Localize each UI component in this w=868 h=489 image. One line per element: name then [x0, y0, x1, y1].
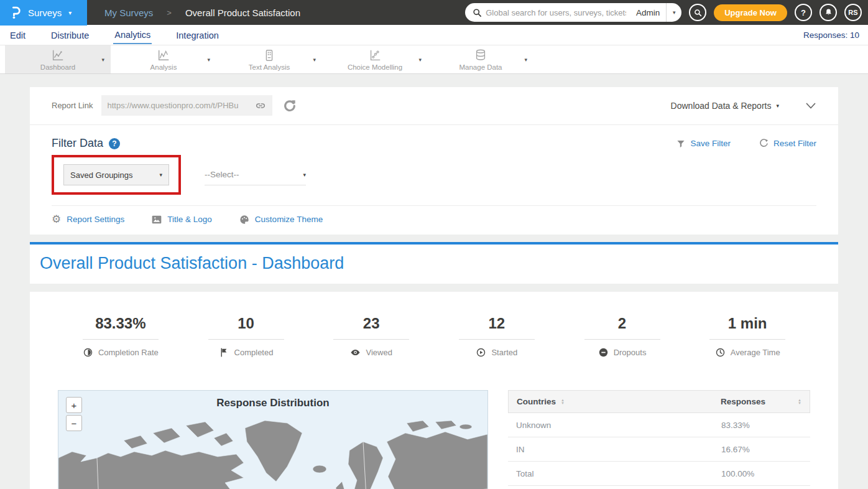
map-title: Response Distribution — [58, 397, 487, 409]
chevron-down-icon: ▾ — [303, 172, 306, 178]
survey-stats-row: 83.33% Completion Rate 10 Completed — [58, 315, 810, 358]
nav-item-analytics[interactable]: Analytics — [113, 26, 152, 44]
half-circle-icon — [83, 347, 93, 358]
report-settings-label: Report Settings — [67, 215, 124, 224]
world-map[interactable] — [58, 421, 487, 489]
divider — [333, 339, 409, 340]
search-icon — [473, 8, 482, 17]
image-icon — [152, 215, 162, 224]
tab-dashboard-caret-icon[interactable]: ▾ — [101, 57, 104, 63]
search-scope-caret-icon[interactable]: ▾ — [667, 3, 681, 22]
stat-label-text: Started — [491, 348, 517, 357]
qr-code-button[interactable] — [283, 99, 297, 113]
tab-dashboard[interactable]: Dashboard ▾ — [5, 45, 111, 73]
page-title: Overall Product Satisfaction - Dashboard — [40, 254, 828, 273]
report-link-field[interactable]: https://www.questionpro.com/t/PHBu — [101, 95, 272, 116]
tab-manage-data[interactable]: Manage Data ▾ — [428, 45, 533, 73]
nav-item-edit[interactable]: Edit — [9, 27, 27, 44]
country-cell: IN — [516, 445, 721, 454]
report-config-links: ⚙ Report Settings Title & Logo Customize… — [30, 206, 838, 235]
responses-cell: 83.33% — [721, 421, 802, 430]
nav-item-distribute[interactable]: Distribute — [50, 27, 90, 44]
help-button[interactable]: ? — [795, 4, 812, 21]
tab-choice-modelling[interactable]: Choice Modelling ▾ — [322, 45, 428, 73]
table-row: Unknown 83.33% — [508, 413, 810, 437]
tab-analysis-caret-icon[interactable]: ▾ — [207, 57, 210, 63]
divider — [709, 339, 785, 340]
chevron-down-icon — [805, 102, 816, 109]
breadcrumb-current-survey: Overall Product Satisfaction — [185, 7, 300, 18]
product-label: Surveys — [28, 7, 62, 18]
saved-groupings-dropdown[interactable]: Saved Groupings ▾ — [63, 164, 169, 185]
nav-item-integration[interactable]: Integration — [175, 27, 220, 44]
product-switcher[interactable]: Surveys ▾ — [0, 0, 87, 26]
notifications-button[interactable] — [820, 4, 837, 21]
chevron-down-icon: ▾ — [68, 9, 72, 16]
report-settings-card: Report Link https://www.questionpro.com/… — [30, 87, 838, 235]
filter-data-title: Filter Data — [52, 137, 103, 150]
tab-text-analysis[interactable]: Text Analysis ▾ — [216, 45, 322, 73]
chevron-down-icon: ▾ — [776, 103, 779, 109]
analytics-tabbar: Dashboard ▾ Analysis ▾ Text Analysis ▾ C… — [0, 45, 868, 74]
saved-groupings-value: Saved Groupings — [70, 170, 132, 180]
clock-icon — [715, 347, 726, 358]
report-link-label: Report Link — [52, 101, 93, 110]
reset-filter-label: Reset Filter — [773, 139, 816, 148]
funnel-icon — [676, 139, 685, 148]
save-filter-button[interactable]: Save Filter — [676, 139, 731, 148]
gear-icon: ⚙ — [52, 214, 61, 225]
search-button[interactable] — [689, 4, 706, 21]
sort-countries-icon[interactable]: ▲▼ — [561, 399, 565, 405]
eye-icon — [350, 347, 361, 358]
collapse-panel-button[interactable] — [805, 102, 816, 109]
user-avatar[interactable]: RS — [844, 4, 862, 21]
countries-table-header: Countries ▲▼ Responses ▲▼ — [508, 390, 810, 413]
bell-icon — [824, 8, 833, 17]
stat-value: 1 min — [728, 315, 767, 332]
download-data-reports-menu[interactable]: Download Data & Reports ▾ — [671, 101, 779, 111]
column-countries: Countries — [517, 397, 556, 406]
stat-label-text: Dropouts — [614, 348, 647, 357]
global-search-input[interactable] — [482, 8, 630, 17]
search-icon — [694, 9, 702, 17]
tab-manage-data-caret-icon[interactable]: ▾ — [524, 57, 527, 63]
flag-icon — [219, 347, 229, 358]
reset-filter-button[interactable]: Reset Filter — [759, 139, 816, 148]
report-settings-link[interactable]: ⚙ Report Settings — [52, 214, 124, 225]
zoom-in-button[interactable]: + — [66, 397, 82, 413]
stat-value: 12 — [489, 315, 506, 332]
database-icon — [473, 49, 488, 62]
tab-text-analysis-caret-icon[interactable]: ▾ — [313, 57, 316, 63]
stat-value: 23 — [363, 315, 380, 332]
stat-value: 10 — [238, 315, 254, 332]
customize-theme-link[interactable]: Customize Theme — [239, 215, 323, 225]
response-distribution-map[interactable]: Response Distribution + − — [58, 390, 488, 489]
upgrade-now-button[interactable]: Upgrade Now — [714, 4, 787, 21]
tab-choice-modelling-caret-icon[interactable]: ▾ — [418, 57, 422, 63]
link-icon[interactable] — [254, 100, 267, 112]
report-link-row: Report Link https://www.questionpro.com/… — [30, 87, 838, 125]
stat-label-text: Viewed — [366, 348, 392, 357]
minus-circle-icon — [598, 347, 609, 358]
tab-analysis[interactable]: Analysis ▾ — [111, 45, 216, 73]
responses-cell: 100.00% — [721, 469, 802, 478]
sort-responses-icon[interactable]: ▲▼ — [798, 399, 801, 405]
questionpro-logo-icon — [9, 6, 22, 19]
breadcrumb-my-surveys[interactable]: My Surveys — [104, 7, 153, 18]
tab-label: Text Analysis — [249, 63, 290, 71]
palette-icon — [239, 215, 249, 225]
tab-label: Analysis — [150, 63, 177, 71]
report-row-actions: Download Data & Reports ▾ — [671, 101, 816, 111]
title-logo-link[interactable]: Title & Logo — [152, 215, 212, 224]
dashboard-main-card: 83.33% Completion Rate 10 Completed — [30, 292, 838, 489]
responses-cell: 16.67% — [721, 445, 802, 454]
filter-help-icon[interactable]: ? — [109, 138, 120, 149]
stat-label-text: Completion Rate — [98, 348, 159, 357]
download-label: Download Data & Reports — [671, 101, 772, 111]
responses-count: Responses: 10 — [803, 30, 859, 40]
table-row: Total 100.00% — [508, 462, 810, 486]
report-link-url[interactable]: https://www.questionpro.com/t/PHBu — [107, 101, 254, 110]
search-scope-label[interactable]: Admin — [630, 3, 667, 22]
survey-nav: Edit Distribute Analytics Integration Re… — [0, 25, 868, 45]
grouping-select-dropdown[interactable]: --Select-- ▾ — [205, 164, 306, 185]
